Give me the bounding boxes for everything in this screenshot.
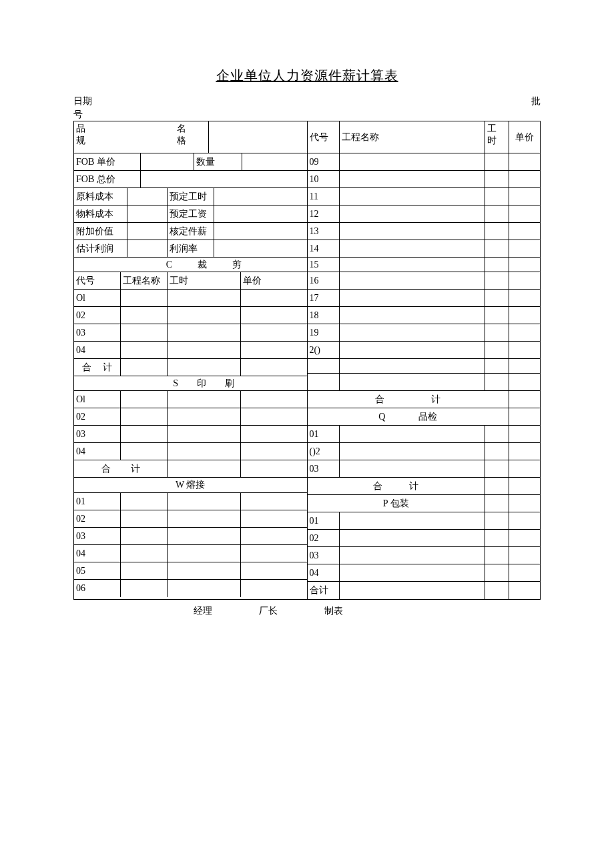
section-header-s: S 印 刷 — [74, 376, 307, 391]
footer-preparer: 制表 — [324, 605, 343, 617]
row-r18: 18 — [308, 307, 541, 324]
row-w05: 05 — [74, 562, 307, 580]
sec-s-letter: S — [173, 378, 178, 389]
q-sub-a: 合 — [373, 480, 382, 492]
sec-q-letter: Q — [378, 412, 385, 422]
row-p03: 03 — [308, 547, 541, 564]
sec-w-text: W 熔接 — [176, 479, 205, 491]
row-p04: 04 — [308, 564, 541, 582]
row-s02: 02 — [74, 408, 307, 426]
row-r16: 16 — [308, 272, 541, 290]
col-code-label: 代号 — [74, 272, 121, 289]
cell-add-value-v — [127, 223, 168, 240]
row-s-subtotal: 合计 — [74, 460, 307, 478]
c-sub-b: 计 — [103, 362, 112, 374]
q-03: 03 — [308, 460, 340, 477]
footer-signatures: 经理 厂长 制表 — [73, 605, 541, 617]
row-q03: 03 — [308, 460, 541, 478]
section-header-q: Q品检 — [308, 408, 541, 426]
meta-row: 日期 批 — [73, 95, 541, 107]
row-r-blank1 — [308, 359, 541, 374]
col-proj-label: 工程名称 — [121, 272, 168, 289]
row-c03: 03 — [74, 324, 307, 342]
q-sub-b: 计 — [409, 480, 418, 492]
cell-profit-rate-v — [214, 240, 307, 257]
r-16: 16 — [308, 272, 340, 289]
p-total: 合计 — [308, 582, 340, 599]
label-add-value: 附加价值 — [74, 223, 127, 240]
meta-batch-label: 批 — [531, 95, 541, 107]
label-fob-price: FOB 单价 — [74, 153, 141, 170]
row-name-spec: 品名 规格 — [74, 121, 307, 153]
label-fob-total: FOB 总价 — [74, 171, 141, 187]
cell-name-spec-value — [209, 121, 307, 153]
row-fob-total: FOB 总价 — [74, 171, 307, 188]
label-ming: 名 — [177, 123, 186, 135]
p-01: 01 — [308, 512, 340, 529]
c-02-code: 02 — [74, 307, 121, 324]
r-col-code-label: 代号 — [308, 121, 340, 153]
s-04-code: 04 — [74, 443, 121, 460]
r-14: 14 — [308, 240, 340, 257]
row-w03: 03 — [74, 528, 307, 545]
r-09: 09 — [308, 153, 340, 170]
row-fob-price: FOB 单价 数量 — [74, 153, 307, 171]
label-gui: 规 — [76, 135, 85, 147]
sec-s-char2: 刷 — [225, 378, 234, 390]
page-title: 企业单位人力资源件薪计算表 — [73, 67, 541, 85]
footer-manager: 经理 — [194, 605, 212, 617]
row-right-header: 代号 工程名称 工时 单价 — [308, 121, 541, 153]
r-19: 19 — [308, 324, 340, 341]
left-panel: 品名 规格 FOB 单价 数量 FOB 总价 原料成本 预定工时 物料成本 预定… — [74, 121, 308, 599]
row-w04: 04 — [74, 545, 307, 562]
row-q-subtotal: 合计 — [308, 478, 541, 495]
row-add-value: 附加价值 核定件薪 — [74, 223, 307, 240]
label-pin: 品 — [76, 123, 85, 135]
row-p-total: 合计 — [308, 582, 541, 599]
r-10: 10 — [308, 171, 340, 187]
label-qty: 数量 — [194, 153, 242, 170]
w-05-code: 05 — [74, 562, 121, 579]
row-r-blank2 — [308, 374, 541, 391]
row-p02: 02 — [308, 530, 541, 547]
row-r17: 17 — [308, 290, 541, 307]
s-03-code: 03 — [74, 426, 121, 442]
r-11: 11 — [308, 188, 340, 205]
row-s04: 04 — [74, 443, 307, 460]
label-mat-cost: 物料成本 — [74, 205, 127, 222]
label-raw-cost: 原料成本 — [74, 188, 127, 205]
row-c01: Ol — [74, 290, 307, 307]
row-r10: 10 — [308, 171, 541, 188]
row-r20: 2() — [308, 342, 541, 359]
right-panel: 代号 工程名称 工时 单价 09 10 11 12 13 14 15 16 17… — [308, 121, 541, 599]
w-04-code: 04 — [74, 545, 121, 562]
s-01-code: Ol — [74, 391, 121, 408]
row-r19: 19 — [308, 324, 541, 342]
row-r14: 14 — [308, 240, 541, 258]
q-01: 01 — [308, 426, 340, 442]
q-02: ()2 — [308, 443, 340, 460]
r-col-proj-label: 工程名称 — [340, 121, 486, 153]
c-01-code: Ol — [74, 290, 121, 306]
p-02: 02 — [308, 530, 340, 546]
sec-q-text: 品检 — [418, 411, 437, 423]
c-04-code: 04 — [74, 342, 121, 358]
s-sub-b: 计 — [131, 463, 140, 475]
label-approved-piece: 核定件薪 — [168, 223, 214, 240]
row-q02: ()2 — [308, 443, 541, 460]
row-r09: 09 — [308, 153, 541, 171]
meta-hao-label: 号 — [73, 109, 541, 121]
row-w06: 06 — [74, 580, 307, 597]
row-w01: 01 — [74, 493, 307, 510]
r-13: 13 — [308, 223, 340, 240]
label-ge: 格 — [177, 135, 186, 147]
s-sub-a: 合 — [101, 463, 111, 475]
row-mat-cost: 物料成本 预定工资 — [74, 205, 307, 223]
cell-est-profit-v — [127, 240, 168, 257]
w-03-code: 03 — [74, 528, 121, 544]
row-r15: 15 — [308, 258, 541, 272]
cell-mat-cost-v — [127, 205, 168, 222]
r-col-hours-a: 工 — [487, 123, 497, 135]
w-06-code: 06 — [74, 580, 121, 597]
section-header-w: W 熔接 — [74, 478, 307, 493]
